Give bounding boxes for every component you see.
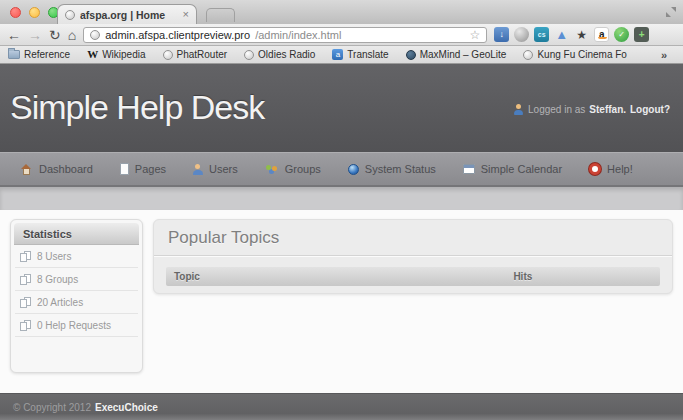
popular-topics-panel: Popular Topics Topic Hits: [153, 219, 673, 294]
main-navigation: Dashboard Pages Users Groups System Stat…: [0, 152, 683, 187]
page-icon: [120, 163, 129, 175]
login-prefix: Logged in as: [528, 104, 585, 115]
nav-label: Pages: [135, 163, 166, 175]
nav-item-simple-calendar[interactable]: Simple Calendar: [463, 163, 562, 175]
nav-item-users[interactable]: Users: [193, 163, 238, 175]
forward-icon[interactable]: →: [28, 28, 42, 42]
globe-icon: [523, 50, 533, 60]
nav-item-groups[interactable]: Groups: [265, 163, 321, 175]
up-arrow-extension-icon[interactable]: [554, 27, 569, 42]
statistics-panel: Statistics 8 Users 8 Groups 20 Articles …: [10, 219, 143, 373]
star-extension-icon[interactable]: [574, 27, 589, 42]
bookmark-star-icon[interactable]: ☆: [469, 29, 480, 41]
bookmarks-bar: Reference W Wikipedia PhatRouter Oldies …: [0, 46, 683, 64]
back-icon[interactable]: ←: [7, 28, 21, 42]
stat-label: 8 Groups: [37, 274, 78, 285]
bookmark-kungfu-cinema[interactable]: Kung Fu Cinema Fo: [523, 49, 627, 60]
calendar-icon: [463, 164, 475, 174]
folder-icon: [8, 50, 20, 59]
documents-icon: [20, 297, 31, 308]
stat-item-help-requests[interactable]: 0 Help Requests: [15, 314, 138, 337]
browser-tab[interactable]: afspa.org | Home ×: [57, 4, 197, 24]
page-footer: © Copyright 2012 ExecuChoice: [0, 393, 683, 420]
nav-label: Groups: [285, 163, 321, 175]
cse-extension-icon[interactable]: [534, 27, 549, 42]
bookmark-translate[interactable]: Translate: [332, 49, 388, 60]
download-extension-icon[interactable]: [494, 27, 509, 42]
bookmark-label: Translate: [347, 49, 388, 60]
bookmark-label: PhatRouter: [177, 49, 228, 60]
tab-bar: afspa.org | Home ×: [0, 0, 683, 24]
documents-icon: [20, 274, 31, 285]
topics-table-header: Topic Hits: [166, 267, 660, 286]
browser-window: afspa.org | Home × ← → ↻ ⌂ admin.afspa.c…: [0, 0, 683, 420]
nav-item-help[interactable]: Help!: [589, 163, 633, 175]
nav-label: Users: [209, 163, 238, 175]
window-controls: [10, 7, 59, 18]
site-favicon-icon: [65, 10, 75, 20]
url-scheme-icon: [90, 30, 100, 40]
nav-item-pages[interactable]: Pages: [120, 163, 166, 175]
translate-icon: [332, 49, 343, 60]
nav-item-system-status[interactable]: System Status: [348, 163, 436, 175]
url-host: admin.afspa.clientpreview.pro: [105, 29, 250, 41]
window-resize-icon[interactable]: [666, 7, 676, 17]
stat-label: 8 Users: [37, 251, 71, 262]
bookmarks-overflow-icon[interactable]: »: [661, 49, 667, 61]
bookmark-maxmind[interactable]: MaxMind – GeoLite: [406, 49, 507, 60]
group-icon: [265, 164, 279, 175]
minimize-window-button[interactable]: [29, 7, 40, 18]
check-extension-icon[interactable]: [614, 27, 629, 42]
column-header-topic: Topic: [174, 271, 513, 282]
new-tab-button[interactable]: [206, 8, 235, 22]
nav-label: Simple Calendar: [481, 163, 562, 175]
stat-label: 20 Articles: [37, 297, 83, 308]
statistics-panel-title: Statistics: [14, 223, 139, 245]
bookmark-label: Oldies Radio: [258, 49, 315, 60]
bookmark-label: Reference: [24, 49, 70, 60]
site-header: Simple Help Desk Logged in as Steffan. L…: [0, 64, 683, 152]
popular-topics-title: Popular Topics: [154, 220, 672, 256]
copyright-text: © Copyright 2012: [13, 402, 91, 413]
reload-icon[interactable]: ↻: [49, 28, 61, 42]
stat-label: 0 Help Requests: [37, 320, 111, 331]
login-status: Logged in as Steffan. Logout?: [513, 104, 670, 115]
tab-close-icon[interactable]: ×: [183, 9, 189, 20]
documents-icon: [20, 320, 31, 331]
bookmark-phatrouter[interactable]: PhatRouter: [163, 49, 228, 60]
lifebuoy-icon: [589, 163, 601, 175]
stat-item-users[interactable]: 8 Users: [15, 245, 138, 268]
globe-blue-icon: [348, 164, 359, 175]
stat-item-groups[interactable]: 8 Groups: [15, 268, 138, 291]
puzzle-extension-icon[interactable]: [634, 27, 649, 42]
bookmark-reference[interactable]: Reference: [8, 49, 70, 60]
documents-icon: [20, 251, 31, 262]
bookmark-wikipedia[interactable]: W Wikipedia: [87, 49, 145, 60]
stat-item-articles[interactable]: 20 Articles: [15, 291, 138, 314]
url-path: /admin/index.html: [255, 29, 341, 41]
company-name: ExecuChoice: [95, 402, 158, 413]
browser-toolbar: ← → ↻ ⌂ admin.afspa.clientpreview.pro /a…: [0, 24, 683, 46]
bookmark-label: Kung Fu Cinema Fo: [537, 49, 627, 60]
tab-title: afspa.org | Home: [80, 9, 178, 21]
nav-label: System Status: [365, 163, 436, 175]
gear-extension-icon[interactable]: [514, 27, 529, 42]
column-header-hits: Hits: [513, 271, 532, 282]
url-input[interactable]: admin.afspa.clientpreview.pro /admin/ind…: [83, 27, 487, 43]
logged-in-user-icon: [513, 104, 524, 115]
home-icon[interactable]: ⌂: [68, 28, 76, 42]
bookmark-oldies-radio[interactable]: Oldies Radio: [244, 49, 315, 60]
maxmind-icon: [406, 50, 416, 60]
globe-icon: [244, 50, 254, 60]
nav-item-dashboard[interactable]: Dashboard: [20, 163, 93, 175]
page-content: Statistics 8 Users 8 Groups 20 Articles …: [0, 210, 683, 393]
username: Steffan.: [589, 104, 626, 115]
amazon-extension-icon[interactable]: [594, 27, 609, 42]
page-title: Simple Help Desk: [0, 64, 683, 127]
extension-buttons: [494, 27, 649, 42]
close-window-button[interactable]: [10, 7, 21, 18]
bookmark-label: MaxMind – GeoLite: [420, 49, 507, 60]
logout-link[interactable]: Logout?: [630, 104, 670, 115]
home-icon: [20, 164, 33, 175]
nav-shadow-band: [0, 187, 683, 210]
